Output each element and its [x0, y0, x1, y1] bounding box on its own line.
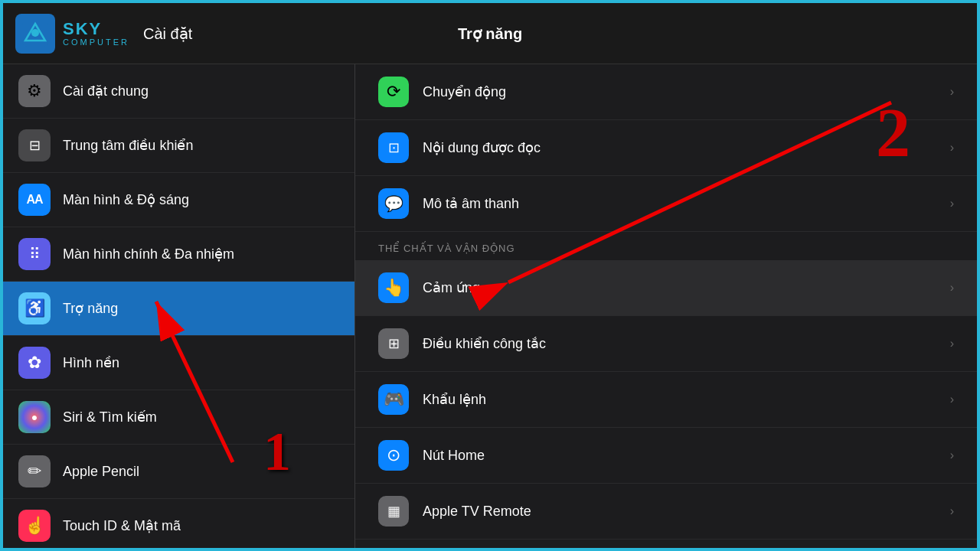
content-label-dieu-khien: Điều khiển công tắc [423, 335, 546, 352]
switch-control-icon: ⊞ [378, 328, 409, 359]
sidebar-item-siri[interactable]: ● Siri & Tìm kiếm [3, 390, 354, 445]
sidebar-item-trung-tam[interactable]: ⊟ Trung tâm điều khiển [3, 119, 354, 173]
content-item-nut-home[interactable]: ⊙ Nút Home › [355, 428, 977, 484]
wallpaper-icon: ✿ [18, 347, 51, 379]
content-item-ban-phim[interactable]: ⌨ Bàn phím › [355, 540, 977, 551]
touch-icon: 👆 [378, 272, 409, 303]
sidebar-label-man-hinh-chinh: Màn hình chính & Đa nhiệm [63, 246, 234, 262]
content-item-khau-lenh[interactable]: 🎮 Khẩu lệnh › [355, 372, 977, 428]
home-button-icon: ⊙ [378, 440, 409, 471]
chevron-icon-khau-lenh: › [950, 393, 954, 406]
sidebar-item-touch-id[interactable]: ☝ Touch ID & Mật mã [3, 499, 354, 551]
sidebar-label-touch-id: Touch ID & Mật mã [63, 517, 181, 534]
sidebar-item-man-hinh-chinh[interactable]: ⠿ Màn hình chính & Đa nhiệm [3, 227, 354, 282]
content-label-cam-ung: Cảm ứng [423, 279, 480, 296]
sidebar-label-apple-pencil: Apple Pencil [63, 464, 139, 480]
sidebar-item-hinh-nen[interactable]: ✿ Hình nền [3, 336, 354, 390]
motion-icon: ⟳ [378, 77, 409, 107]
chevron-icon-cam-ung: › [950, 281, 954, 295]
audio-description-icon: 💬 [378, 188, 409, 219]
spoken-content-icon: ⊡ [378, 132, 409, 163]
fingerprint-icon: ☝ [18, 510, 51, 542]
sky-logo-svg [21, 19, 50, 48]
content-label-khau-lenh: Khẩu lệnh [423, 391, 486, 408]
content-item-cam-ung[interactable]: 👆 Cảm ứng › [355, 260, 977, 316]
content-panel: ⟳ Chuyển động › ⊡ Nội dung được đọc › 💬 … [355, 64, 977, 551]
logo-icon [15, 14, 55, 54]
content-label-apple-tv: Apple TV Remote [423, 504, 531, 520]
content-label-noi-dung: Nội dung được đọc [423, 139, 541, 156]
chevron-icon-apple-tv: › [950, 504, 954, 518]
chevron-icon-noi-dung: › [950, 141, 954, 155]
sidebar-label-tro-nang: Trợ năng [63, 300, 118, 317]
sidebar-label-cai-dat-chung: Cài đặt chung [63, 83, 149, 99]
content-label-mo-ta: Mô tả âm thanh [423, 195, 519, 212]
sidebar-item-cai-dat-chung[interactable]: ⚙ Cài đặt chung [3, 64, 354, 119]
sky-label: SKY [63, 21, 129, 37]
display-icon: AA [18, 184, 51, 216]
chevron-icon-chuyen-dong: › [950, 85, 954, 99]
sidebar-item-man-hinh[interactable]: AA Màn hình & Độ sáng [3, 173, 354, 227]
sidebar: ⚙ Cài đặt chung ⊟ Trung tâm điều khiển A… [3, 64, 355, 551]
content-item-mo-ta[interactable]: 💬 Mô tả âm thanh › [355, 176, 977, 232]
logo-area: SKY COMPUTER Cài đặt [15, 14, 192, 54]
sidebar-label-hinh-nen: Hình nền [63, 354, 119, 371]
accessibility-icon: ♿ [18, 292, 51, 324]
top-bar: SKY COMPUTER Cài đặt Trợ năng [3, 3, 977, 64]
content-label-chuyen-dong: Chuyển động [423, 83, 506, 100]
sidebar-label-man-hinh: Màn hình & Độ sáng [63, 191, 189, 208]
apple-tv-icon: ▦ [378, 496, 409, 527]
computer-label: COMPUTER [63, 37, 129, 47]
header-title: Trợ năng [458, 24, 522, 43]
content-label-nut-home: Nút Home [423, 448, 485, 464]
cai-dat-label: Cài đặt [143, 24, 192, 43]
main-layout: ⚙ Cài đặt chung ⊟ Trung tâm điều khiển A… [3, 64, 977, 551]
content-item-apple-tv[interactable]: ▦ Apple TV Remote › [355, 484, 977, 540]
sidebar-label-trung-tam: Trung tâm điều khiển [63, 137, 193, 154]
chevron-icon-dieu-khien: › [950, 337, 954, 350]
chevron-icon-mo-ta: › [950, 197, 954, 210]
sidebar-item-tro-nang[interactable]: ♿ Trợ năng [3, 282, 354, 336]
content-item-noi-dung[interactable]: ⊡ Nội dung được đọc › [355, 120, 977, 176]
voice-control-icon: 🎮 [378, 384, 409, 415]
logo-text: SKY COMPUTER [63, 21, 129, 47]
section-header-the-chat: THỂ CHẤT VÀ VẬN ĐỘNG [355, 232, 977, 260]
control-center-icon: ⊟ [18, 129, 51, 161]
siri-icon: ● [18, 401, 51, 433]
home-screen-icon: ⠿ [18, 238, 51, 270]
content-item-chuyen-dong[interactable]: ⟳ Chuyển động › [355, 64, 977, 120]
content-item-dieu-khien[interactable]: ⊞ Điều khiển công tắc › [355, 316, 977, 372]
sidebar-label-siri: Siri & Tìm kiếm [63, 409, 157, 425]
chevron-icon-nut-home: › [950, 448, 954, 462]
pencil-icon: ✏ [18, 455, 51, 487]
svg-point-2 [31, 29, 39, 37]
gear-icon: ⚙ [18, 75, 51, 107]
sidebar-item-apple-pencil[interactable]: ✏ Apple Pencil [3, 445, 354, 499]
